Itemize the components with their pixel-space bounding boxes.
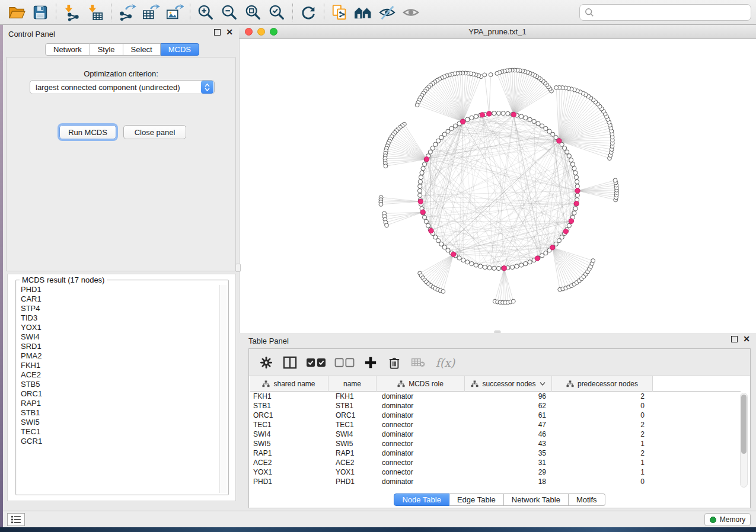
mcds-node[interactable] bbox=[418, 199, 423, 204]
network-node[interactable] bbox=[573, 207, 578, 211]
network-node[interactable] bbox=[418, 180, 422, 184]
network-node[interactable] bbox=[492, 266, 496, 270]
network-node[interactable] bbox=[519, 114, 524, 118]
mcds-result-item[interactable]: CAR1 bbox=[18, 294, 218, 304]
mcds-node[interactable] bbox=[575, 188, 580, 193]
network-node[interactable] bbox=[495, 71, 499, 75]
network-node[interactable] bbox=[496, 111, 500, 115]
network-node[interactable] bbox=[465, 260, 470, 264]
network-node[interactable] bbox=[524, 116, 528, 120]
mcds-result-item[interactable]: SRD1 bbox=[18, 342, 218, 351]
float-table-panel-icon[interactable] bbox=[731, 336, 738, 342]
mcds-result-item[interactable]: PMA2 bbox=[18, 351, 218, 361]
mcds-result-item[interactable]: ORC1 bbox=[18, 389, 218, 399]
add-column-button[interactable] bbox=[361, 352, 381, 373]
delete-column-button[interactable] bbox=[384, 352, 404, 373]
network-node[interactable] bbox=[567, 223, 571, 227]
mcds-result-item[interactable]: ACE2 bbox=[18, 370, 218, 380]
network-node[interactable] bbox=[457, 256, 461, 260]
network-node[interactable] bbox=[420, 171, 424, 175]
close-table-panel-icon[interactable]: ✕ bbox=[743, 336, 750, 342]
import-network-button[interactable] bbox=[60, 2, 84, 23]
network-node[interactable] bbox=[415, 103, 419, 107]
hide-selected-button[interactable] bbox=[375, 2, 399, 23]
network-node[interactable] bbox=[419, 175, 423, 180]
table-row[interactable]: ORC1ORC1dominator610 bbox=[249, 411, 741, 420]
network-node[interactable] bbox=[417, 188, 422, 193]
network-node[interactable] bbox=[574, 175, 578, 180]
table-row[interactable]: RAP1RAP1dominator352 bbox=[249, 448, 741, 458]
network-node[interactable] bbox=[560, 235, 564, 239]
zoom-fit-button[interactable] bbox=[241, 2, 265, 23]
mcds-node[interactable] bbox=[574, 201, 579, 206]
mcds-result-item[interactable]: SWI5 bbox=[18, 418, 218, 427]
mcds-node[interactable] bbox=[557, 139, 562, 143]
table-scrollbar-thumb[interactable] bbox=[741, 395, 747, 454]
network-node[interactable] bbox=[479, 264, 483, 268]
network-view[interactable] bbox=[239, 39, 756, 333]
network-node[interactable] bbox=[465, 117, 470, 121]
export-network-button[interactable] bbox=[115, 2, 139, 23]
network-node[interactable] bbox=[506, 111, 510, 116]
zoom-in-button[interactable] bbox=[194, 2, 218, 23]
save-session-button[interactable] bbox=[28, 2, 52, 23]
column-header-shared-name[interactable]: shared name bbox=[250, 376, 328, 392]
table-mode-gear-button[interactable] bbox=[256, 352, 276, 373]
export-image-button[interactable] bbox=[162, 2, 186, 23]
zoom-out-button[interactable] bbox=[218, 2, 241, 23]
network-node[interactable] bbox=[510, 265, 514, 269]
network-node[interactable] bbox=[565, 150, 569, 154]
show-column-button[interactable] bbox=[280, 352, 300, 373]
network-node[interactable] bbox=[572, 166, 576, 171]
table-row[interactable]: TEC1TEC1connector472 bbox=[249, 420, 741, 430]
network-node[interactable] bbox=[528, 260, 532, 264]
open-file-button[interactable] bbox=[5, 2, 28, 23]
network-node[interactable] bbox=[442, 245, 446, 249]
mcds-node[interactable] bbox=[460, 119, 465, 124]
zoom-selected-button[interactable] bbox=[265, 2, 289, 23]
deselect-all-button[interactable] bbox=[332, 352, 357, 373]
network-node[interactable] bbox=[540, 124, 544, 128]
tab-network-table[interactable]: Network Table bbox=[504, 493, 569, 506]
tab-select[interactable]: Select bbox=[123, 43, 161, 56]
network-node[interactable] bbox=[446, 129, 450, 133]
network-node[interactable] bbox=[418, 184, 422, 188]
network-node[interactable] bbox=[544, 251, 548, 255]
network-node[interactable] bbox=[422, 162, 426, 166]
network-node[interactable] bbox=[470, 116, 474, 120]
delete-table-button[interactable] bbox=[408, 352, 428, 373]
network-node[interactable] bbox=[439, 136, 444, 140]
mcds-node[interactable] bbox=[480, 113, 484, 117]
tab-network[interactable]: Network bbox=[45, 43, 90, 56]
close-panel-button[interactable]: Close panel bbox=[123, 125, 186, 139]
network-node[interactable] bbox=[492, 111, 496, 116]
tab-edge-table[interactable]: Edge Table bbox=[449, 493, 504, 506]
column-header-MCDS-role[interactable]: MCDS role bbox=[377, 376, 465, 392]
network-node[interactable] bbox=[461, 258, 465, 262]
mcds-result-item[interactable]: TEC1 bbox=[18, 427, 218, 437]
network-node[interactable] bbox=[563, 146, 567, 150]
mcds-node[interactable] bbox=[502, 265, 506, 270]
run-mcds-button[interactable]: Run MCDS bbox=[59, 125, 116, 139]
mcds-node[interactable] bbox=[451, 252, 456, 257]
mcds-node[interactable] bbox=[487, 111, 492, 116]
search-box[interactable] bbox=[579, 4, 751, 21]
mcds-result-item[interactable]: RAP1 bbox=[18, 399, 218, 408]
vertical-splitter-grip[interactable] bbox=[235, 264, 241, 272]
network-node[interactable] bbox=[572, 211, 576, 215]
network-node[interactable] bbox=[547, 129, 551, 133]
column-header-name[interactable]: name bbox=[328, 376, 377, 392]
network-node[interactable] bbox=[441, 290, 445, 294]
network-node[interactable] bbox=[489, 73, 493, 77]
network-node[interactable] bbox=[575, 180, 579, 184]
network-node[interactable] bbox=[439, 242, 444, 246]
mcds-result-item[interactable]: STB5 bbox=[18, 380, 218, 389]
network-node[interactable] bbox=[487, 266, 492, 270]
network-node[interactable] bbox=[511, 299, 515, 303]
column-header-predecessor-nodes[interactable]: predecessor nodes bbox=[552, 376, 653, 392]
network-node[interactable] bbox=[554, 242, 558, 246]
table-row[interactable]: STB1STB1dominator620 bbox=[249, 401, 741, 411]
network-node[interactable] bbox=[557, 239, 561, 243]
mcds-result-item[interactable]: STB1 bbox=[18, 408, 218, 418]
houses-button[interactable] bbox=[352, 2, 375, 23]
